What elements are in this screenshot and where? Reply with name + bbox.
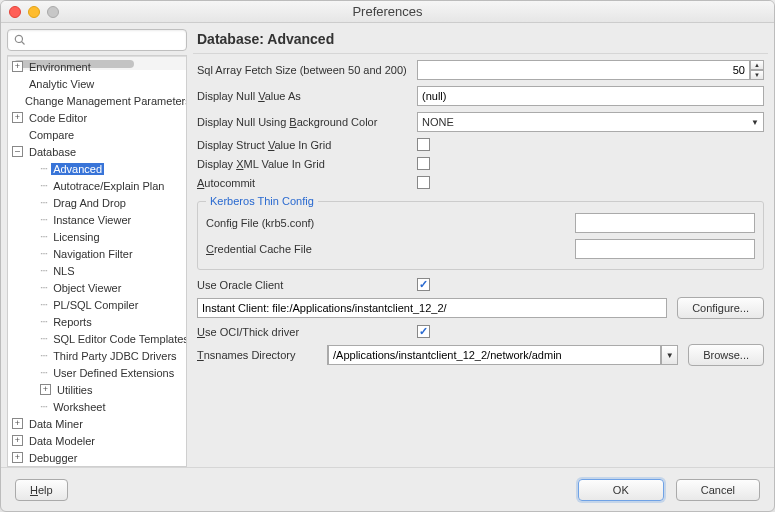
tree-node-autotrace-explain-plan[interactable]: ····Autotrace/Explain Plan <box>8 177 186 194</box>
tree-node-worksheet[interactable]: ····Worksheet <box>8 398 186 415</box>
tree-leaf-icon: ···· <box>40 197 47 208</box>
tree-node-compare[interactable]: –Compare <box>8 126 186 143</box>
tree-leaf-icon: ···· <box>40 316 47 327</box>
tree-node-label: Advanced <box>51 163 104 175</box>
tree-leaf-icon: ···· <box>40 214 47 225</box>
tree-node-database[interactable]: –Database <box>8 143 186 160</box>
tree-node-label: Worksheet <box>51 401 107 413</box>
xml-value-checkbox[interactable] <box>417 157 430 170</box>
use-oci-label: Use OCI/Thick driver <box>197 326 417 338</box>
ok-button[interactable]: OK <box>578 479 664 501</box>
tree-node-label: Object Viewer <box>51 282 123 294</box>
tree-node-instance-viewer[interactable]: ····Instance Viewer <box>8 211 186 228</box>
tree-node-debugger[interactable]: +Debugger <box>8 449 186 466</box>
tree-node-label: Drag And Drop <box>51 197 128 209</box>
tree-node-licensing[interactable]: ····Licensing <box>8 228 186 245</box>
tree-leaf-icon: ···· <box>40 350 47 361</box>
sidebar: +Environment–Analytic View–Change Manage… <box>7 29 187 467</box>
use-oci-checkbox[interactable] <box>417 325 430 338</box>
tree-node-data-modeler[interactable]: +Data Modeler <box>8 432 186 449</box>
struct-value-label: Display Struct Value In Grid <box>197 139 417 151</box>
tree-leaf-icon: ···· <box>40 180 47 191</box>
tree-node-label: Licensing <box>51 231 101 243</box>
tree-toggle-icon[interactable]: + <box>12 452 23 463</box>
tree-node-label: Compare <box>27 129 76 141</box>
tree-node-reports[interactable]: ····Reports <box>8 313 186 330</box>
null-bg-select[interactable]: NONE▼ <box>417 112 764 132</box>
null-value-label: Display Null Value As <box>197 90 417 102</box>
search-field[interactable] <box>7 29 187 51</box>
search-input[interactable] <box>30 33 180 47</box>
tree-node-user-defined-extensions[interactable]: ····User Defined Extensions <box>8 364 186 381</box>
tree-node-third-party-jdbc-drivers[interactable]: ····Third Party JDBC Drivers <box>8 347 186 364</box>
main-panel: Database: Advanced Sql Array Fetch Size … <box>193 29 768 467</box>
tree-node-change-management-parameters[interactable]: –Change Management Parameters <box>8 92 186 109</box>
tree-toggle-icon[interactable]: + <box>40 384 51 395</box>
tnsnames-input[interactable] <box>328 345 661 365</box>
struct-value-checkbox[interactable] <box>417 138 430 151</box>
help-button[interactable]: Help <box>15 479 68 501</box>
tree-node-code-editor[interactable]: +Code Editor <box>8 109 186 126</box>
tree-node-label: Database <box>27 146 78 158</box>
tree-node-label: Instance Viewer <box>51 214 133 226</box>
tree-node-label: Change Management Parameters <box>23 95 186 107</box>
tree-node-nls[interactable]: ····NLS <box>8 262 186 279</box>
tree-node-drag-and-drop[interactable]: ····Drag And Drop <box>8 194 186 211</box>
tree-toggle-icon[interactable]: + <box>12 418 23 429</box>
kerberos-fieldset: Kerberos Thin Config Config File (krb5.c… <box>197 195 764 270</box>
tree-node-label: Data Modeler <box>27 435 97 447</box>
tree-node-advanced[interactable]: ····Advanced <box>8 160 186 177</box>
spinner-down-icon[interactable]: ▼ <box>750 70 764 80</box>
tree-node-pl-sql-compiler[interactable]: ····PL/SQL Compiler <box>8 296 186 313</box>
tree-node-label: Navigation Filter <box>51 248 134 260</box>
sql-array-input[interactable] <box>417 60 750 80</box>
sql-array-spinner[interactable]: ▲ ▼ <box>417 60 764 80</box>
spinner-up-icon[interactable]: ▲ <box>750 60 764 70</box>
null-bg-label: Display Null Using Background Color <box>197 116 417 128</box>
tree-node-sql-editor-code-templates[interactable]: ····SQL Editor Code Templates <box>8 330 186 347</box>
config-file-input[interactable] <box>575 213 755 233</box>
tree-toggle-icon[interactable]: + <box>12 112 23 123</box>
tree-leaf-icon: ···· <box>40 265 47 276</box>
tree-node-analytic-view[interactable]: –Analytic View <box>8 75 186 92</box>
autocommit-label: Autocommit <box>197 177 417 189</box>
tree-node-label: Debugger <box>27 452 79 464</box>
tree-node-label: SQL Editor Code Templates <box>51 333 186 345</box>
tree-node-navigation-filter[interactable]: ····Navigation Filter <box>8 245 186 262</box>
cancel-button[interactable]: Cancel <box>676 479 760 501</box>
tnsnames-label: Tnsnames Directory <box>197 349 327 361</box>
tree-node-label: Environment <box>27 61 93 73</box>
footer: Help OK Cancel <box>1 467 774 511</box>
tree-node-label: Reports <box>51 316 94 328</box>
chevron-down-icon[interactable]: ▼ <box>661 346 677 364</box>
use-oracle-client-checkbox[interactable] <box>417 278 430 291</box>
tree-node-label: Third Party JDBC Drivers <box>51 350 178 362</box>
tree-node-label: Analytic View <box>27 78 96 90</box>
panel-heading: Database: Advanced <box>193 29 768 54</box>
tree-toggle-icon[interactable]: + <box>12 61 23 72</box>
tree-node-environment[interactable]: +Environment <box>8 58 186 75</box>
window-title: Preferences <box>1 4 774 19</box>
search-icon <box>14 34 26 46</box>
tree-node-data-miner[interactable]: +Data Miner <box>8 415 186 432</box>
credential-cache-input[interactable] <box>575 239 755 259</box>
tree-node-label: User Defined Extensions <box>51 367 176 379</box>
tree-toggle-icon[interactable]: + <box>12 435 23 446</box>
tree-leaf-icon: ···· <box>40 282 47 293</box>
oracle-client-path <box>197 298 667 318</box>
browse-button[interactable]: Browse... <box>688 344 764 366</box>
null-value-input[interactable] <box>417 86 764 106</box>
tree-leaf-icon: ···· <box>40 401 47 412</box>
tree-scroll[interactable]: +Environment–Analytic View–Change Manage… <box>8 56 186 466</box>
tree-node-object-viewer[interactable]: ····Object Viewer <box>8 279 186 296</box>
chevron-down-icon: ▼ <box>751 118 759 127</box>
kerberos-legend: Kerberos Thin Config <box>206 195 318 207</box>
use-oracle-client-label: Use Oracle Client <box>197 279 417 291</box>
tnsnames-combo[interactable]: ▼ <box>327 345 678 365</box>
tree-toggle-icon[interactable]: – <box>12 146 23 157</box>
preferences-window: Preferences +Environment–Analytic View–C… <box>0 0 775 512</box>
autocommit-checkbox[interactable] <box>417 176 430 189</box>
configure-button[interactable]: Configure... <box>677 297 764 319</box>
tree-leaf-icon: ···· <box>40 231 47 242</box>
tree-node-utilities[interactable]: +Utilities <box>8 381 186 398</box>
